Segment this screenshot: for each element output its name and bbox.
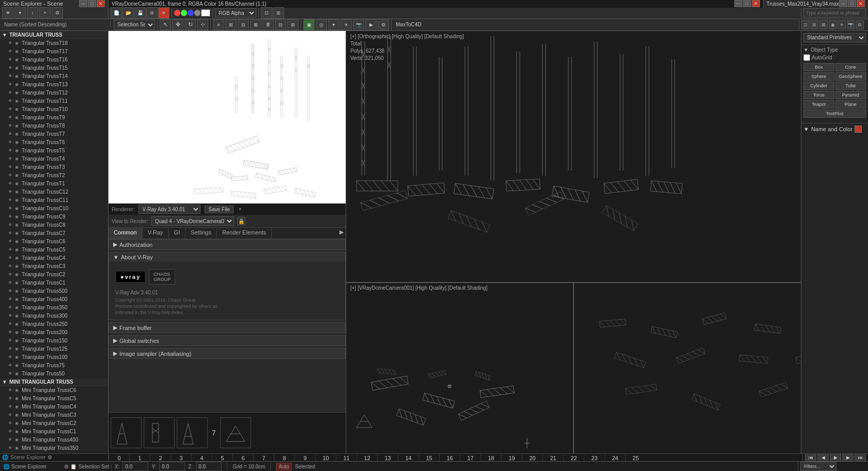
tree-item[interactable]: 👁◉Triangular Truss100 — [0, 353, 108, 362]
tree-item[interactable]: 👁◉Triangular Truss50 — [0, 370, 108, 378]
tab-more-btn[interactable]: ▶ — [337, 228, 346, 239]
filters-select[interactable]: Filters... — [800, 462, 836, 471]
tree-item[interactable]: 👁◉Triangular TrussT4 — [0, 155, 108, 163]
tree-item[interactable]: 👁◉Triangular Truss200 — [0, 328, 108, 337]
timeline-tick[interactable]: 4 — [191, 454, 212, 461]
align-btn[interactable]: ⊟ — [275, 19, 286, 30]
timeline-tick[interactable]: 5 — [212, 454, 233, 461]
rw-btn-copy[interactable]: ⧉ — [146, 7, 158, 19]
prim-tube[interactable]: Tube — [835, 82, 866, 90]
tree-item[interactable]: 👁◉Triangular Truss150 — [0, 337, 108, 345]
timeline-tick[interactable]: 8 — [274, 454, 295, 461]
timeline-tick[interactable]: 25 — [625, 454, 646, 461]
scene-min-btn[interactable]: ─ — [79, 0, 87, 7]
tree-item[interactable]: 👁◉Mini Triangular TrussC2 — [0, 419, 108, 428]
tree-item[interactable]: 👁◉Triangular TrussT7 — [0, 130, 108, 138]
timeline-tick[interactable]: 23 — [584, 454, 605, 461]
color-mode-select[interactable]: RGB Alpha — [215, 8, 256, 18]
rw-btn-open[interactable]: 📂 — [122, 7, 134, 19]
tree-item[interactable]: 👁◉Triangular TrussT12 — [0, 89, 108, 97]
autogrid-checkbox[interactable] — [803, 54, 810, 61]
timeline-tick[interactable]: 21 — [542, 454, 563, 461]
tree-item[interactable]: 👁◉Triangular TrussT18 — [0, 39, 108, 48]
view-to-render-select[interactable]: Quad 4 - VRayDomeCamera001 — [151, 216, 234, 226]
timeline-tick[interactable]: 7 — [253, 454, 274, 461]
tree-item[interactable]: 👁◉Triangular TrussT13 — [0, 81, 108, 89]
play-end-btn[interactable]: ⏭ — [855, 453, 866, 461]
timeline-tick[interactable]: 2 — [150, 454, 171, 461]
play-btn[interactable]: ▶ — [830, 453, 841, 461]
timeline-tick[interactable]: 6 — [233, 454, 253, 461]
tree-item[interactable]: 👁◉Triangular TrussT11 — [0, 97, 108, 105]
cam-btn[interactable]: 📷 — [353, 19, 364, 30]
render-quick-btn[interactable]: ▶ — [365, 19, 377, 30]
timeline-tick[interactable]: 12 — [357, 454, 377, 461]
tab-settings[interactable]: Settings — [185, 228, 217, 239]
vray-section-fb-header[interactable]: ▶ Frame buffer — [109, 323, 345, 333]
tree-item[interactable]: 👁◉Triangular Truss250 — [0, 320, 108, 328]
tree-item[interactable]: 👁◉Triangular TrussT10 — [0, 105, 108, 114]
tree-item[interactable]: 👁◉Triangular Truss75 — [0, 362, 108, 370]
color-white[interactable] — [201, 9, 210, 17]
rp-btn1[interactable]: ⊡ — [801, 20, 810, 29]
y-input[interactable] — [159, 462, 185, 471]
rp-btn6[interactable]: 📷 — [847, 20, 855, 29]
tree-item[interactable]: 👁◉Mini Triangular TrussC6 — [0, 386, 108, 395]
timeline-tick[interactable]: 9 — [295, 454, 315, 461]
move-tool[interactable]: ✥ — [172, 19, 183, 30]
tree-item[interactable]: 👁◉Triangular TrussC8 — [0, 221, 108, 229]
scene-tool-4[interactable]: + — [39, 7, 51, 19]
object-type-header[interactable]: ▼ Object Type — [803, 47, 866, 53]
vray-section-auth-header[interactable]: ▶ Authorization — [109, 240, 345, 249]
timeline-tick[interactable]: 13 — [377, 454, 398, 461]
prim-torus[interactable]: Torus — [803, 91, 834, 99]
preview-3[interactable] — [177, 417, 208, 448]
timeline-tick[interactable]: 15 — [419, 454, 439, 461]
scene-tool-3[interactable]: ↕ — [27, 7, 38, 19]
timeline-tick[interactable]: 16 — [439, 454, 460, 461]
tree-item[interactable]: 👁◉Triangular TrussT9 — [0, 114, 108, 122]
color-swatch[interactable] — [855, 125, 862, 133]
rp-btn4[interactable]: ◉ — [829, 20, 837, 29]
tree-group-1[interactable]: ▼MINI TRANGULAR TRUSS — [0, 378, 108, 386]
vray-section-about-header[interactable]: ▼ About V-Ray — [109, 253, 345, 262]
renderer-select[interactable]: V-Ray Adv 3.40.01 — [138, 205, 200, 214]
tree-item[interactable]: 👁◉Triangular TrussC2 — [0, 271, 108, 279]
rp-btn7[interactable]: ⚙ — [856, 20, 864, 29]
tree-item[interactable]: 👁◉Triangular TrussT1 — [0, 180, 108, 188]
scene-close-btn[interactable]: ✕ — [97, 0, 105, 7]
x-input[interactable] — [122, 462, 148, 471]
table-btn[interactable]: ⊟ — [238, 19, 249, 30]
main-close-btn[interactable]: ✕ — [857, 0, 865, 7]
rw-btn-new[interactable]: 📄 — [111, 7, 122, 19]
main-max-btn[interactable]: □ — [848, 0, 856, 7]
timeline-tick[interactable]: 1 — [129, 454, 150, 461]
tree-group-0[interactable]: ▼TRIANGULAR TRUSS — [0, 31, 108, 39]
rp-btn3[interactable]: ⊠ — [819, 20, 828, 29]
rw-btn-save[interactable]: 💾 — [134, 7, 146, 19]
timeline-tick[interactable]: 17 — [460, 454, 481, 461]
tree-item[interactable]: 👁◉Mini Triangular TrussC3 — [0, 411, 108, 419]
tree-item[interactable]: 👁◉Triangular Truss300 — [0, 312, 108, 320]
light-btn[interactable]: ☀ — [340, 19, 352, 30]
tree-item[interactable]: 👁◉Triangular Truss125 — [0, 345, 108, 353]
preview-4[interactable] — [220, 417, 251, 448]
tree-item[interactable]: 👁◉Triangular TrussC6 — [0, 238, 108, 246]
tree-item[interactable]: 👁◉Mini Triangular TrussC4 — [0, 403, 108, 411]
prim-teapot[interactable]: Teapot — [803, 100, 834, 108]
tab-gi[interactable]: GI — [169, 228, 186, 239]
tree-item[interactable]: 👁◉Triangular TrussC7 — [0, 229, 108, 238]
render-close-btn[interactable]: ✕ — [752, 0, 760, 7]
color-g[interactable] — [181, 10, 187, 16]
vray-section-is-header[interactable]: ▶ Image sampler (Antialiasing) — [109, 349, 345, 358]
tree-item[interactable]: 👁◉Triangular TrussC10 — [0, 205, 108, 213]
lock-icon[interactable]: 🔒 — [237, 217, 245, 225]
scale-tool[interactable]: ⊹ — [197, 19, 208, 30]
timeline-tick[interactable]: 19 — [501, 454, 522, 461]
timeline-tick[interactable]: 10 — [315, 454, 336, 461]
wire-btn[interactable]: ◎ — [316, 19, 327, 30]
tree-item[interactable]: 👁◉Triangular TrussT3 — [0, 163, 108, 171]
tree-item[interactable]: 👁◉Triangular TrussC12 — [0, 188, 108, 196]
timeline-tick[interactable]: 24 — [605, 454, 625, 461]
tab-vray[interactable]: V-Ray — [143, 228, 169, 239]
